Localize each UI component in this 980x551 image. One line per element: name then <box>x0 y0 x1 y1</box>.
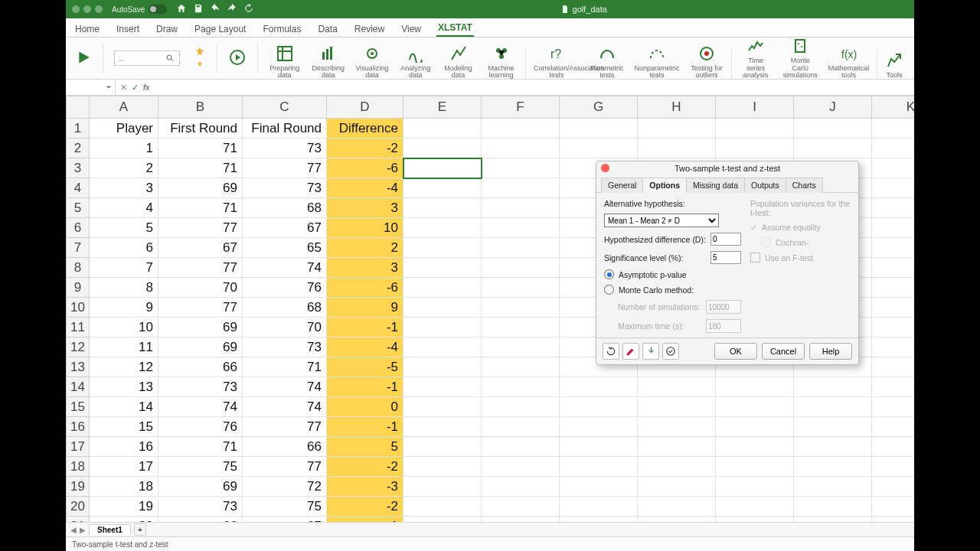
cell[interactable]: 11 <box>90 337 158 357</box>
cell[interactable]: 73 <box>158 497 243 517</box>
cell[interactable]: -3 <box>327 477 403 497</box>
ribbon-monte-carlo-simulations[interactable]: Monte Carlo simulations <box>780 37 821 80</box>
cell[interactable]: 77 <box>158 218 243 238</box>
cell[interactable] <box>716 139 794 158</box>
cell[interactable]: 77 <box>243 417 327 437</box>
cell[interactable] <box>403 178 482 198</box>
autosave-toggle[interactable] <box>149 5 167 14</box>
cell[interactable] <box>716 497 794 517</box>
save-icon[interactable] <box>193 3 204 16</box>
ribbon-describing-data[interactable]: Describing data <box>309 44 348 80</box>
cell[interactable] <box>560 517 638 523</box>
cell[interactable] <box>403 377 482 397</box>
cell[interactable] <box>794 139 872 158</box>
cell[interactable]: 68 <box>243 298 327 318</box>
cancel-formula-icon[interactable]: ✕ <box>120 83 127 93</box>
ribbon-time-series-analysis[interactable]: Time series analysis <box>736 37 775 80</box>
cell[interactable]: 19 <box>90 497 158 517</box>
ribbon-machine-learning[interactable]: Machine learning <box>482 44 521 80</box>
cell[interactable]: 1 <box>90 139 158 158</box>
cell[interactable]: 10 <box>90 318 158 337</box>
cell[interactable] <box>872 158 915 178</box>
row-16[interactable]: 16 <box>67 417 90 437</box>
cell[interactable] <box>638 477 716 497</box>
cell[interactable] <box>403 357 482 377</box>
cell[interactable]: 67 <box>243 218 327 238</box>
row-5[interactable]: 5 <box>67 198 90 218</box>
cell[interactable] <box>872 477 915 497</box>
row-20[interactable]: 20 <box>67 497 90 517</box>
cell[interactable]: 68 <box>243 198 327 218</box>
cell[interactable] <box>638 437 716 457</box>
cell[interactable] <box>403 119 482 139</box>
cell[interactable] <box>638 397 716 417</box>
col-H[interactable]: H <box>638 96 716 119</box>
cell[interactable] <box>716 477 794 497</box>
cell[interactable] <box>716 517 794 523</box>
ribbon-preparing-data[interactable]: Preparing data <box>265 44 304 80</box>
cell[interactable] <box>482 178 560 198</box>
cell[interactable] <box>716 437 794 457</box>
cell[interactable]: 77 <box>158 258 243 278</box>
row-9[interactable]: 9 <box>67 278 90 298</box>
cell[interactable]: 69 <box>158 318 243 337</box>
montecarlo-radio[interactable]: Monte Carlo method: <box>604 285 741 295</box>
cell[interactable]: -4 <box>327 337 403 357</box>
cell[interactable] <box>638 119 716 139</box>
cell[interactable]: -4 <box>327 178 403 198</box>
col-K[interactable]: K <box>872 96 915 119</box>
cell[interactable]: 73 <box>243 337 327 357</box>
cell[interactable] <box>403 337 482 357</box>
col-A[interactable]: A <box>90 96 158 119</box>
cell[interactable] <box>403 437 482 457</box>
edit-icon[interactable] <box>622 343 639 360</box>
cell[interactable] <box>482 119 560 139</box>
undo-icon[interactable] <box>210 3 220 16</box>
add-sheet-button[interactable]: + <box>134 523 146 536</box>
cell[interactable]: Player <box>90 119 158 139</box>
cell[interactable]: 73 <box>158 377 243 397</box>
cell[interactable] <box>872 198 915 218</box>
cell[interactable]: 18 <box>90 477 158 497</box>
row-17[interactable]: 17 <box>67 437 90 457</box>
cell[interactable] <box>403 218 482 238</box>
col-E[interactable]: E <box>403 96 482 119</box>
cell[interactable] <box>560 417 638 437</box>
cell[interactable]: 74 <box>243 377 327 397</box>
cell[interactable]: 77 <box>243 457 327 477</box>
ribbon-tab-insert[interactable]: Insert <box>115 21 141 37</box>
cell[interactable]: 70 <box>158 278 243 298</box>
cell[interactable]: Difference <box>327 119 403 139</box>
cell[interactable] <box>482 298 560 318</box>
cell[interactable] <box>403 318 482 337</box>
refresh-icon[interactable] <box>243 3 254 16</box>
cell[interactable] <box>482 397 560 417</box>
cell[interactable]: 10 <box>327 218 403 238</box>
cell[interactable]: 69 <box>158 178 243 198</box>
cell[interactable]: 73 <box>243 139 327 158</box>
col-I[interactable]: I <box>716 96 794 119</box>
cell[interactable] <box>403 158 482 178</box>
autosave-control[interactable]: AutoSave <box>112 5 167 14</box>
cell[interactable] <box>482 497 560 517</box>
ribbon-visualizing-data[interactable]: Visualizing data <box>352 44 391 80</box>
cell[interactable]: 76 <box>158 417 243 437</box>
cell[interactable]: 7 <box>90 258 158 278</box>
cell[interactable] <box>482 417 560 437</box>
cell[interactable]: 69 <box>158 337 243 357</box>
cell[interactable] <box>403 417 482 437</box>
cell[interactable] <box>560 497 638 517</box>
reset-icon[interactable] <box>603 343 619 360</box>
cell[interactable]: 75 <box>243 497 327 517</box>
cell[interactable] <box>482 198 560 218</box>
alt-hypothesis-select[interactable]: Mean 1 - Mean 2 ≠ D <box>604 214 719 227</box>
col-G[interactable]: G <box>560 96 638 119</box>
cell[interactable]: 71 <box>158 139 243 158</box>
cell[interactable] <box>403 517 482 523</box>
cell[interactable] <box>403 139 482 158</box>
cell[interactable]: -5 <box>327 357 403 377</box>
select-all-cell[interactable] <box>67 96 90 119</box>
cell[interactable] <box>872 517 915 523</box>
cell[interactable]: 66 <box>158 357 243 377</box>
row-10[interactable]: 10 <box>67 298 90 318</box>
